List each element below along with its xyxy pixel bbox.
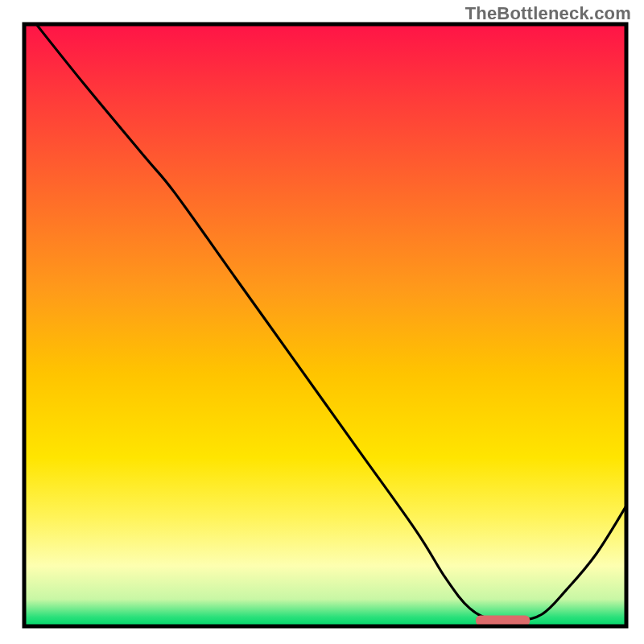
bottleneck-chart: TheBottleneck.com: [0, 0, 644, 644]
plot-background: [24, 24, 626, 626]
watermark-text: TheBottleneck.com: [465, 3, 631, 24]
chart-svg: [0, 0, 644, 644]
